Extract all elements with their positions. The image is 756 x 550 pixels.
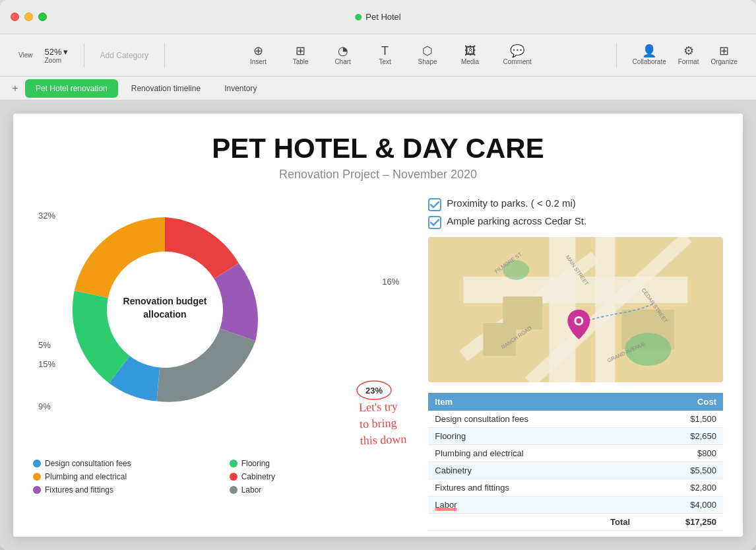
tab-renovation-timeline[interactable]: Renovation timeline bbox=[121, 79, 211, 98]
text-icon: T bbox=[381, 45, 389, 57]
toolbar-center-group: ⊕ Insert ⊞ Table ◔ Chart T Text ⬡ Shape … bbox=[170, 42, 611, 68]
annotation-text-2: Ample parking across Cedar St. bbox=[447, 215, 586, 226]
toolbar-right-group: 👤 Collaborate ⚙ Format ⊞ Organize bbox=[622, 42, 748, 68]
table-row: Flooring$2,650 bbox=[428, 428, 723, 445]
map-svg: FILMORE ST. MAIN STREET CEDAR STREET GRA… bbox=[428, 237, 723, 382]
table-cell-item: Cabinetry bbox=[428, 462, 637, 479]
table-cell-item: Flooring bbox=[428, 428, 637, 445]
add-category[interactable]: Add Category bbox=[90, 51, 159, 60]
legend-dot-plumbing bbox=[33, 473, 41, 481]
legend-label-design: Design consultation fees bbox=[45, 459, 131, 468]
view-zoom-group: View 52% ▾ Zoom bbox=[8, 44, 79, 67]
minimize-button[interactable] bbox=[24, 13, 33, 21]
comment-label: Comment bbox=[503, 58, 532, 65]
organize-label: Organize bbox=[710, 58, 738, 65]
table-cell-cost: $17,250 bbox=[637, 514, 723, 531]
pct-label-32: 32% bbox=[38, 211, 55, 221]
table-cell-item: Design consultation fees bbox=[428, 411, 637, 428]
traffic-lights bbox=[0, 13, 47, 21]
chart-legend: Design consultation fees Flooring Plumbi… bbox=[33, 459, 412, 495]
legend-item-cabinetry: Cabinetry bbox=[230, 472, 413, 481]
organize-icon: ⊞ bbox=[719, 45, 729, 57]
svg-point-25 bbox=[577, 318, 582, 324]
zoom-button[interactable]: 52% ▾ Zoom bbox=[40, 44, 73, 67]
table-cell-cost: $2,800 bbox=[637, 479, 723, 497]
format-icon: ⚙ bbox=[683, 45, 694, 57]
legend-item-labor: Labor bbox=[230, 485, 413, 495]
table-button[interactable]: ⊞ Table bbox=[286, 42, 315, 68]
table-row: Design consultation fees$1,500 bbox=[428, 411, 723, 428]
annotation-text-1: Proximity to parks. ( < 0.2 mi) bbox=[447, 197, 575, 209]
checkbox-1 bbox=[428, 198, 441, 211]
table-cell-cost: $2,650 bbox=[637, 428, 723, 445]
toolbar-divider-2 bbox=[164, 44, 165, 67]
legend-item-plumbing: Plumbing and electrical bbox=[33, 472, 216, 481]
comment-icon: 💬 bbox=[510, 45, 524, 57]
pct-label-9: 9% bbox=[38, 401, 51, 411]
main-content: PET HOTEL & DAY CARE Renovation Project … bbox=[0, 100, 756, 550]
legend-item-flooring: Flooring bbox=[230, 459, 413, 468]
text-button[interactable]: T Text bbox=[371, 42, 400, 68]
window: Pet Hotel View 52% ▾ Zoom Add Category ⊕… bbox=[0, 0, 756, 550]
handwritten-note: Let's try to bring this down bbox=[358, 397, 407, 450]
shape-button[interactable]: ⬡ Shape bbox=[413, 42, 443, 68]
table-cell-item: Fixtures and fittings bbox=[428, 479, 637, 497]
zoom-label: Zoom bbox=[45, 57, 62, 64]
text-label: Text bbox=[379, 58, 391, 65]
right-column: Proximity to parks. ( < 0.2 mi) Ample pa… bbox=[428, 197, 723, 531]
toolbar-divider-3 bbox=[616, 44, 617, 67]
table-row: Total$17,250 bbox=[428, 514, 723, 531]
legend-dot-labor bbox=[230, 486, 237, 494]
table-cell-cost: $4,000 bbox=[637, 497, 723, 514]
title-text: Pet Hotel bbox=[365, 12, 400, 22]
insert-icon: ⊕ bbox=[253, 45, 263, 57]
legend-item-fixtures: Fixtures and fittings bbox=[33, 485, 216, 495]
view-label: View bbox=[18, 52, 33, 59]
add-tab-button[interactable]: + bbox=[8, 81, 22, 96]
document-title: PET HOTEL & DAY CARE bbox=[33, 133, 723, 164]
insert-label: Insert bbox=[250, 58, 267, 65]
toolbar-divider-1 bbox=[84, 44, 84, 67]
table-header-item: Item bbox=[428, 393, 637, 411]
view-button[interactable]: View bbox=[13, 49, 38, 61]
collaborate-label: Collaborate bbox=[633, 58, 666, 65]
legend-dot-design bbox=[33, 460, 41, 467]
chart-container: 32% 16% 5% 15% 9% bbox=[33, 197, 412, 448]
tab-pet-hotel-renovation[interactable]: Pet Hotel renovation bbox=[25, 79, 118, 98]
shape-icon: ⬡ bbox=[422, 45, 433, 57]
legend-dot-cabinetry bbox=[230, 473, 237, 481]
document-columns: 32% 16% 5% 15% 9% bbox=[33, 197, 723, 531]
table-cell-item: Labor bbox=[428, 497, 637, 514]
document-subtitle: Renovation Project – November 2020 bbox=[33, 168, 723, 182]
table-row: Labor$4,000 bbox=[428, 497, 723, 514]
table-header-cost: Cost bbox=[637, 393, 723, 411]
cost-table: Item Cost Design consultation fees$1,500… bbox=[428, 393, 723, 531]
format-button[interactable]: ⚙ Format bbox=[673, 42, 705, 68]
svg-text:Renovation budget: Renovation budget bbox=[123, 296, 207, 306]
collaborate-button[interactable]: 👤 Collaborate bbox=[627, 42, 672, 68]
title-dot bbox=[355, 14, 362, 20]
table-cell-cost: $5,500 bbox=[637, 462, 723, 479]
donut-chart: Renovation budget allocation bbox=[59, 204, 270, 415]
maximize-button[interactable] bbox=[38, 13, 47, 21]
organize-button[interactable]: ⊞ Organize bbox=[705, 42, 743, 68]
tab-inventory[interactable]: Inventory bbox=[214, 79, 267, 98]
comment-button[interactable]: 💬 Comment bbox=[498, 42, 537, 68]
format-label: Format bbox=[678, 58, 699, 65]
collaborate-icon: 👤 bbox=[642, 45, 656, 57]
insert-button[interactable]: ⊕ Insert bbox=[244, 42, 273, 68]
annotation-2: Ample parking across Cedar St. bbox=[428, 215, 723, 229]
toolbar: View 52% ▾ Zoom Add Category ⊕ Insert ⊞ … bbox=[0, 34, 756, 77]
annotations-area: Proximity to parks. ( < 0.2 mi) Ample pa… bbox=[428, 197, 723, 229]
chart-label: Chart bbox=[334, 58, 350, 65]
legend-label-fixtures: Fixtures and fittings bbox=[45, 485, 113, 495]
legend-item-design: Design consultation fees bbox=[33, 459, 216, 468]
close-button[interactable] bbox=[11, 13, 19, 21]
annotation-1: Proximity to parks. ( < 0.2 mi) bbox=[428, 197, 723, 211]
media-button[interactable]: 🖼 Media bbox=[456, 42, 485, 68]
table-row: Cabinetry$5,500 bbox=[428, 462, 723, 479]
table-icon: ⊞ bbox=[296, 45, 305, 57]
table-row: Plumbing and electrical$800 bbox=[428, 445, 723, 462]
pct-label-15: 15% bbox=[38, 359, 55, 369]
chart-button[interactable]: ◔ Chart bbox=[329, 42, 358, 68]
